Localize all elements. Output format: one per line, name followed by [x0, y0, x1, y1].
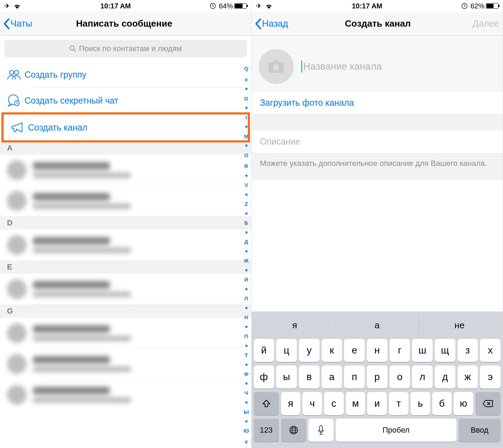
- index-letter[interactable]: Л: [244, 296, 248, 301]
- letter-key[interactable]: б: [432, 392, 452, 415]
- index-dot[interactable]: [245, 231, 247, 233]
- letter-key[interactable]: с: [324, 392, 344, 415]
- index-dot[interactable]: [245, 288, 247, 290]
- contact-row[interactable]: [0, 155, 251, 186]
- index-dot[interactable]: [245, 212, 247, 215]
- index-letter[interactable]: Ч: [244, 390, 248, 396]
- index-dot[interactable]: [245, 145, 247, 147]
- contact-row[interactable]: [0, 349, 251, 379]
- index-dot[interactable]: [245, 107, 247, 109]
- create-channel-row[interactable]: Создать канал: [4, 114, 248, 140]
- channel-description-input[interactable]: Описание: [252, 130, 503, 153]
- shift-key[interactable]: [254, 392, 279, 415]
- next-button[interactable]: Далее: [468, 18, 499, 29]
- index-letter[interactable]: R: [244, 163, 248, 169]
- backspace-key[interactable]: [475, 392, 501, 415]
- index-letter[interactable]: O: [244, 153, 249, 158]
- letter-key[interactable]: ш: [412, 339, 433, 362]
- letter-key[interactable]: р: [367, 365, 387, 388]
- index-letter[interactable]: Ф: [244, 371, 249, 377]
- letter-key[interactable]: в: [299, 365, 320, 388]
- index-dot[interactable]: [245, 420, 247, 422]
- channel-name-input[interactable]: Название канала: [301, 61, 496, 72]
- numeric-key[interactable]: 123: [254, 419, 279, 442]
- letter-key[interactable]: ф: [254, 365, 274, 388]
- letter-key[interactable]: д: [435, 365, 455, 388]
- letter-key[interactable]: й: [254, 339, 274, 362]
- index-letter[interactable]: D: [244, 96, 248, 101]
- letter-key[interactable]: л: [412, 365, 433, 388]
- letter-key[interactable]: г: [390, 339, 410, 362]
- letter-key[interactable]: э: [480, 365, 501, 388]
- letter-key[interactable]: з: [457, 339, 478, 362]
- letter-key[interactable]: у: [299, 339, 320, 362]
- globe-key[interactable]: [281, 419, 306, 442]
- index-dot[interactable]: [245, 345, 247, 347]
- enter-key[interactable]: Ввод: [459, 419, 501, 442]
- letter-key[interactable]: н: [367, 339, 387, 362]
- letter-key[interactable]: ж: [457, 365, 478, 388]
- letter-key[interactable]: о: [390, 365, 410, 388]
- suggestion[interactable]: а: [336, 315, 419, 335]
- index-letter[interactable]: Ы: [244, 409, 249, 414]
- index-letter[interactable]: Z: [245, 201, 248, 206]
- letter-key[interactable]: ь: [411, 392, 430, 415]
- letter-key[interactable]: ы: [276, 365, 297, 388]
- letter-key[interactable]: п: [344, 365, 365, 388]
- index-dot[interactable]: [245, 269, 247, 271]
- create-group-row[interactable]: Создать группу: [0, 62, 251, 88]
- index-letter[interactable]: Д: [244, 239, 248, 244]
- letter-key[interactable]: я: [281, 392, 301, 415]
- contact-row[interactable]: [0, 230, 251, 260]
- letter-key[interactable]: ц: [276, 339, 297, 362]
- contact-row[interactable]: [0, 318, 251, 349]
- space-key[interactable]: Пробел: [336, 419, 457, 442]
- suggestion[interactable]: не: [419, 315, 501, 335]
- letter-key[interactable]: м: [346, 392, 365, 415]
- mic-key[interactable]: [308, 419, 334, 442]
- contact-row[interactable]: [0, 186, 251, 216]
- letter-key[interactable]: ю: [454, 392, 473, 415]
- letter-key[interactable]: и: [367, 392, 387, 415]
- index-letter[interactable]: Ю: [244, 428, 249, 433]
- index-letter[interactable]: П: [244, 334, 248, 339]
- channel-photo-button[interactable]: [259, 49, 294, 84]
- index-dot[interactable]: [245, 88, 247, 90]
- back-button[interactable]: Назад: [255, 18, 288, 29]
- index-dot[interactable]: [245, 326, 247, 328]
- letter-key[interactable]: е: [344, 339, 365, 362]
- index-letter[interactable]: #: [245, 439, 247, 444]
- section-header: D: [0, 216, 251, 230]
- create-secret-chat-row[interactable]: Создать секретный чат: [0, 88, 251, 113]
- search-input[interactable]: Поиск по контактам и людям: [4, 40, 247, 57]
- contact-row[interactable]: [0, 274, 251, 304]
- suggestion[interactable]: я: [254, 315, 336, 335]
- index-dot[interactable]: [245, 175, 247, 177]
- index-dot[interactable]: [245, 401, 247, 404]
- letter-key[interactable]: х: [480, 339, 501, 362]
- index-dot[interactable]: [245, 383, 247, 385]
- upload-photo-button[interactable]: Загрузить фото канала: [252, 91, 503, 114]
- letter-key[interactable]: к: [322, 339, 342, 362]
- index-letter[interactable]: #: [245, 77, 247, 82]
- index-dot[interactable]: [245, 194, 247, 196]
- index-letter[interactable]: Ж: [244, 258, 249, 263]
- battery-percent: 64%: [219, 2, 233, 10]
- index-letter[interactable]: Н: [244, 315, 248, 320]
- index-dot[interactable]: [245, 307, 247, 309]
- letter-key[interactable]: т: [389, 392, 408, 415]
- index-dot[interactable]: [245, 250, 247, 252]
- index-letter[interactable]: Б: [244, 220, 248, 225]
- index-letter[interactable]: Q: [244, 66, 249, 71]
- index-letter[interactable]: Т: [245, 352, 248, 358]
- back-button[interactable]: Чаты: [4, 18, 32, 29]
- index-letter[interactable]: И: [244, 277, 248, 282]
- screen-create-channel: ✈ 10:17 AM 62% Назад Создать канал Далее: [252, 0, 503, 448]
- letter-key[interactable]: щ: [435, 339, 455, 362]
- letter-key[interactable]: а: [322, 365, 342, 388]
- index-letter[interactable]: V: [244, 182, 248, 188]
- contact-row[interactable]: [0, 379, 251, 410]
- index-dot[interactable]: [245, 364, 247, 366]
- letter-key[interactable]: ч: [302, 392, 322, 415]
- back-label: Назад: [262, 18, 288, 29]
